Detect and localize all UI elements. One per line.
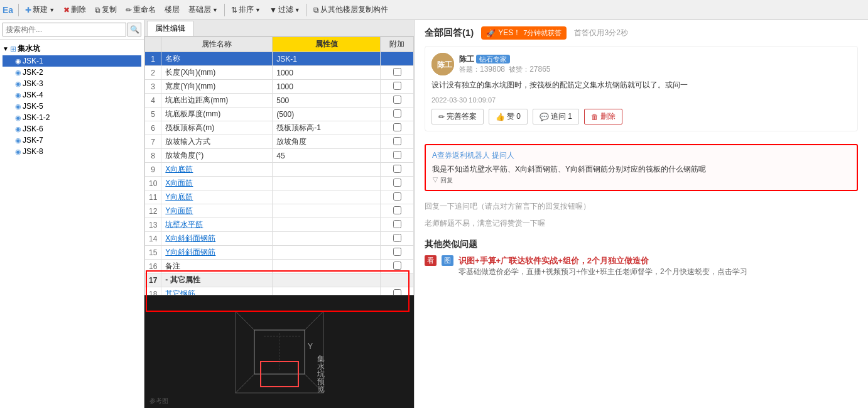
prop-checkbox[interactable] bbox=[393, 165, 401, 173]
table-row[interactable]: 2长度(X向)(mm)1000 bbox=[145, 66, 414, 80]
prop-value-cell[interactable] bbox=[273, 260, 381, 273]
prop-value-cell[interactable]: JSK-1 bbox=[273, 52, 381, 66]
base-layer-button[interactable]: 基础层 ▼ bbox=[185, 3, 222, 16]
prop-checkbox[interactable] bbox=[393, 206, 401, 214]
prop-name-cell[interactable]: Y向面筋 bbox=[161, 204, 273, 218]
prop-value-cell[interactable]: 45 bbox=[273, 149, 381, 163]
prop-checkbox-cell[interactable] bbox=[381, 108, 414, 121]
filter-button[interactable]: ▼ 过滤 ▼ bbox=[266, 3, 304, 16]
delete-button[interactable]: ✖ 删除 bbox=[60, 3, 90, 16]
like-button[interactable]: 👍 赞 0 bbox=[489, 109, 528, 124]
prop-checkbox[interactable] bbox=[393, 179, 401, 187]
prop-value-cell[interactable]: 1000 bbox=[273, 66, 381, 80]
prop-checkbox-cell[interactable] bbox=[381, 163, 414, 177]
layer-button[interactable]: 楼层 bbox=[161, 3, 183, 16]
table-row[interactable]: 10X向面筋 bbox=[145, 177, 414, 190]
prop-checkbox-cell[interactable] bbox=[381, 218, 414, 232]
tree-item-jsk12[interactable]: ◉ JSK-1-2 bbox=[3, 112, 141, 123]
table-row[interactable]: 9X向底筋 bbox=[145, 163, 414, 177]
follow-button[interactable]: 💬 追问 1 bbox=[533, 109, 579, 124]
prop-checkbox-cell[interactable] bbox=[381, 66, 414, 80]
prop-name-cell[interactable]: 坑壁水平筋 bbox=[161, 218, 273, 232]
tree-expand-icon[interactable]: ▼ bbox=[3, 45, 9, 52]
prop-value-cell[interactable] bbox=[273, 218, 381, 232]
copy-from-button[interactable]: ⧉ 从其他楼层复制构件 bbox=[310, 3, 392, 16]
prop-checkbox-cell[interactable] bbox=[381, 149, 414, 163]
table-row[interactable]: 1名称JSK-1 bbox=[145, 52, 414, 66]
prop-checkbox-cell[interactable] bbox=[381, 204, 414, 218]
table-row[interactable]: 5坑底板厚度(mm)(500) bbox=[145, 108, 414, 121]
prop-checkbox[interactable] bbox=[393, 123, 401, 131]
tree-item-jsk5[interactable]: ◉ JSK-5 bbox=[3, 101, 141, 112]
delete-answer-button[interactable]: 🗑 删除 bbox=[584, 109, 622, 124]
tree-item-jsk4[interactable]: ◉ JSK-4 bbox=[3, 89, 141, 101]
table-row[interactable]: 15Y向斜斜面钢筋 bbox=[145, 246, 414, 260]
prop-checkbox-cell[interactable] bbox=[381, 80, 414, 94]
prop-checkbox-cell[interactable] bbox=[381, 94, 414, 108]
prop-name-cell[interactable]: X向斜斜面钢筋 bbox=[161, 232, 273, 246]
prop-checkbox[interactable] bbox=[393, 137, 401, 145]
prop-checkbox[interactable] bbox=[393, 82, 401, 90]
prop-value-cell[interactable]: 放坡角度 bbox=[273, 135, 381, 149]
prop-name-cell[interactable]: Y向底筋 bbox=[161, 190, 273, 204]
table-row[interactable]: 7放坡输入方式放坡角度 bbox=[145, 135, 414, 149]
prop-value-cell[interactable] bbox=[273, 204, 381, 218]
rename-button[interactable]: ✏ 重命名 bbox=[122, 3, 160, 16]
table-row[interactable]: 11Y向底筋 bbox=[145, 190, 414, 204]
tab-prop-editor[interactable]: 属性编辑 bbox=[147, 21, 193, 36]
promo-title[interactable]: 识图+手算+广联达软件实战+组价，2个月独立做造价 bbox=[458, 255, 747, 267]
prop-checkbox-cell[interactable] bbox=[381, 232, 414, 246]
prop-value-cell[interactable]: 1000 bbox=[273, 80, 381, 94]
prop-checkbox[interactable] bbox=[393, 289, 401, 295]
prop-value-cell[interactable] bbox=[273, 163, 381, 177]
prop-checkbox-cell[interactable] bbox=[381, 287, 414, 295]
prop-name-cell[interactable]: X向底筋 bbox=[161, 163, 273, 177]
table-row[interactable]: 6筏板顶标高(m)筏板顶标高-1 bbox=[145, 121, 414, 135]
prop-checkbox[interactable] bbox=[393, 192, 401, 201]
table-row[interactable]: 18其它钢筋 bbox=[145, 287, 414, 295]
search-button[interactable]: 🔍 bbox=[127, 23, 141, 36]
prop-checkbox[interactable] bbox=[393, 109, 401, 118]
improve-answer-button[interactable]: ✏ 完善答案 bbox=[431, 109, 484, 124]
right-panel[interactable]: 全部回答(1) 🚀 YES！ 7分钟就获答 首答仅用3分2秒 陈工 陈工 钻 bbox=[415, 20, 868, 408]
prop-checkbox-cell[interactable] bbox=[381, 190, 414, 204]
prop-value-cell[interactable] bbox=[273, 287, 381, 295]
prop-checkbox[interactable] bbox=[393, 68, 401, 76]
table-row[interactable]: 8放坡角度(°)45 bbox=[145, 149, 414, 163]
copy-button[interactable]: ⧉ 复制 bbox=[91, 3, 121, 16]
sort-dropdown-icon[interactable]: ▼ bbox=[255, 7, 261, 13]
prop-checkbox-cell[interactable] bbox=[381, 135, 414, 149]
prop-checkbox[interactable] bbox=[393, 248, 401, 256]
prop-checkbox[interactable] bbox=[393, 96, 401, 104]
table-row[interactable]: 3宽度(Y向)(mm)1000 bbox=[145, 80, 414, 94]
tree-item-jsk3[interactable]: ◉ JSK-3 bbox=[3, 78, 141, 89]
prop-name-cell[interactable]: X向面筋 bbox=[161, 177, 273, 190]
base-layer-dropdown-icon[interactable]: ▼ bbox=[212, 7, 218, 13]
prop-checkbox[interactable] bbox=[393, 262, 401, 270]
prop-checkbox-cell[interactable] bbox=[381, 121, 414, 135]
filter-dropdown-icon[interactable]: ▼ bbox=[295, 7, 300, 13]
table-row[interactable]: 14X向斜斜面钢筋 bbox=[145, 232, 414, 246]
tree-item-jsk2[interactable]: ◉ JSK-2 bbox=[3, 67, 141, 78]
prop-value-cell[interactable]: 筏板顶标高-1 bbox=[273, 121, 381, 135]
prop-value-cell[interactable] bbox=[273, 190, 381, 204]
table-row[interactable]: 16备注 bbox=[145, 260, 414, 273]
prop-value-cell[interactable] bbox=[273, 177, 381, 190]
table-row[interactable]: 4坑底出边距离(mm)500 bbox=[145, 94, 414, 108]
table-row[interactable]: 12Y向面筋 bbox=[145, 204, 414, 218]
table-row[interactable]: 17- 其它属性 bbox=[145, 273, 414, 287]
prop-checkbox[interactable] bbox=[393, 151, 401, 159]
tree-item-jsk8[interactable]: ◉ JSK-8 bbox=[3, 146, 141, 157]
prop-checkbox-cell[interactable] bbox=[381, 260, 414, 273]
middle-scroll[interactable]: 属性名称 属性值 附加 1名称JSK-12长度(X向)(mm)10003宽度(Y… bbox=[144, 36, 414, 295]
prop-value-cell[interactable] bbox=[273, 246, 381, 260]
new-dropdown-icon[interactable]: ▼ bbox=[49, 7, 55, 13]
prop-value-cell[interactable]: (500) bbox=[273, 108, 381, 121]
prop-checkbox-cell[interactable] bbox=[381, 246, 414, 260]
prop-value-cell[interactable] bbox=[273, 232, 381, 246]
prop-checkbox[interactable] bbox=[393, 234, 401, 242]
new-button[interactable]: ✚ 新建 ▼ bbox=[21, 3, 58, 16]
tree-item-jsk7[interactable]: ◉ JSK-7 bbox=[3, 135, 141, 146]
prop-checkbox[interactable] bbox=[393, 220, 401, 228]
prop-value-cell[interactable] bbox=[273, 273, 381, 287]
